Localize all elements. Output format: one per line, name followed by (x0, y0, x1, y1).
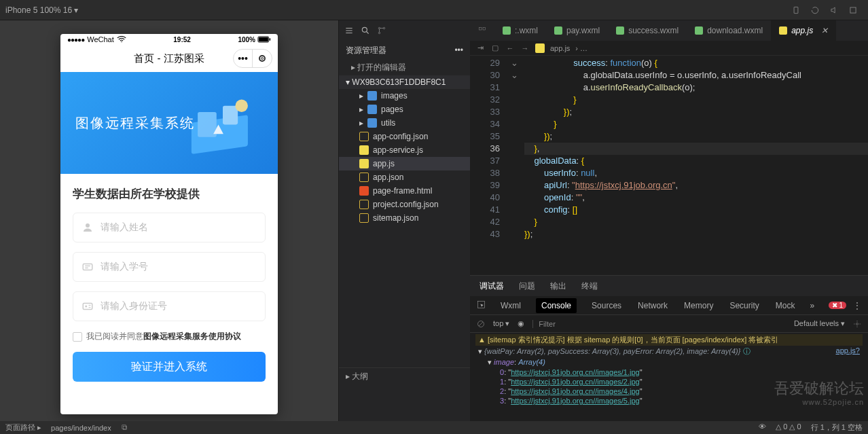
devtool-tab-Network[interactable]: Network (636, 301, 669, 310)
search-icon[interactable] (361, 26, 370, 35)
tab-:.wxml[interactable]: :.wxml (494, 20, 546, 41)
capsule-close-button[interactable] (253, 50, 272, 67)
status-time: 19:52 (126, 36, 238, 43)
console-array-item[interactable]: 3: "https://jstxcj.91job.org.cn//images/… (475, 396, 863, 405)
submit-button[interactable]: 验证并进入系统 (73, 352, 266, 382)
devtool-tab-Memory[interactable]: Memory (683, 301, 715, 310)
svg-point-15 (85, 306, 87, 308)
page-path[interactable]: pages/index/index (51, 424, 111, 432)
agree-row[interactable]: 我已阅读并同意 图像远程采集服务使用协议 (73, 331, 266, 342)
cut-icon[interactable] (846, 3, 861, 18)
file-page-frame.html[interactable]: page-frame.html (339, 184, 470, 198)
capsule-menu-button[interactable]: ••• (234, 50, 253, 67)
console-array-item[interactable]: 1: "https://jstxcj.91job.org.cn//images/… (475, 377, 863, 386)
name-input[interactable]: 请输入姓名 (73, 213, 266, 242)
console-settings-icon[interactable] (853, 320, 861, 328)
capsule: ••• (233, 49, 272, 68)
dbg-tab-终端[interactable]: 终端 (581, 281, 598, 292)
tab-success.wxml[interactable]: success.wxml (608, 20, 687, 41)
bc-indent-icon[interactable]: ⇥ (475, 43, 485, 53)
console-filter[interactable]: Filter (532, 320, 628, 328)
svg-rect-11 (83, 264, 92, 270)
log-levels[interactable]: Default levels ▾ (794, 319, 845, 328)
svg-line-19 (367, 32, 369, 34)
hero-title: 图像远程采集系统 (75, 114, 195, 132)
file-project.config.json[interactable]: project.config.json (339, 198, 470, 211)
context-selector[interactable]: top ▾ (493, 319, 509, 328)
svg-rect-5 (270, 38, 271, 40)
file-sitemap.json[interactable]: sitemap.json (339, 211, 470, 225)
file-app-service.js[interactable]: app-service.js (339, 143, 470, 157)
id-card-placeholder: 请输入身份证号 (101, 300, 257, 312)
svg-rect-1 (850, 7, 856, 12)
inspect-icon[interactable] (477, 300, 486, 311)
signal-dots-icon: ●●●●● (67, 36, 84, 43)
close-icon[interactable]: ✕ (821, 26, 828, 35)
rotate-icon[interactable] (808, 3, 822, 18)
console-array-item[interactable]: 0: "https://jstxcj.91job.org.cn//images/… (475, 367, 863, 377)
svg-point-18 (362, 27, 367, 32)
tab-overflow-icon[interactable] (470, 20, 494, 41)
dbg-tab-问题[interactable]: 问题 (519, 281, 535, 292)
fold-column: ⌄⌄ (511, 56, 524, 275)
breadcrumb-file[interactable]: app.js (550, 44, 570, 52)
agree-link[interactable]: 图像远程采集服务使用协议 (143, 331, 241, 342)
student-id-placeholder: 请输入学号 (101, 261, 257, 273)
id-card-input[interactable]: 请输入身份证号 (73, 291, 266, 321)
file-app-config.json[interactable]: app-config.json (339, 130, 470, 143)
file-app.json[interactable]: app.json (339, 170, 470, 184)
debugger-panel: 调试器问题输出终端 WxmlConsoleSourcesNetworkMemor… (470, 275, 868, 421)
folder-pages[interactable]: ▸ pages (339, 103, 470, 116)
student-id-input[interactable]: 请输入学号 (73, 252, 266, 282)
outline-section[interactable]: ▸ 大纲 (339, 367, 470, 385)
devtool-tab-Mock[interactable]: Mock (774, 301, 797, 310)
agree-checkbox[interactable] (73, 332, 82, 342)
bc-back-icon[interactable]: ← (505, 43, 515, 53)
devtool-tab-Sources[interactable]: Sources (590, 301, 623, 310)
open-editors-group[interactable]: ▸ 打开的编辑器 (339, 60, 470, 75)
phone-frame: ●●●●● WeChat 19:52 100% 首页 - 江苏图采 ••• 图像… (60, 34, 278, 414)
explorer-more-icon[interactable]: ••• (454, 46, 463, 55)
file-app.js[interactable]: app.js (339, 157, 470, 170)
device-icon[interactable] (789, 3, 803, 18)
devtool-more-icon[interactable]: ⋮ (853, 301, 861, 310)
code-editor[interactable]: success: function(o) { a.globalData.user… (524, 56, 868, 275)
devtool-tab-Security[interactable]: Security (728, 301, 760, 310)
console-source-link[interactable]: app.js? (836, 346, 860, 355)
devtool-overflow[interactable]: » (810, 301, 814, 310)
project-root[interactable]: ▾ WX9B3C613F1DDBF8C1 (339, 75, 470, 89)
dbg-tab-输出[interactable]: 输出 (550, 281, 566, 292)
tab-download.wxml[interactable]: download.wxml (687, 20, 771, 41)
page-path-label[interactable]: 页面路径 ▸ (5, 422, 41, 433)
devtool-tabs: WxmlConsoleSourcesNetworkMemorySecurityM… (470, 296, 868, 315)
tab-pay.wxml[interactable]: pay.wxml (546, 20, 608, 41)
name-placeholder: 请输入姓名 (101, 221, 257, 234)
tab-app.js[interactable]: app.js✕ (771, 20, 836, 41)
svg-rect-8 (223, 106, 238, 125)
devtool-tab-Wxml[interactable]: Wxml (499, 301, 522, 310)
svg-rect-7 (198, 112, 217, 137)
folder-images[interactable]: ▸ images (339, 89, 470, 103)
dbg-tab-调试器[interactable]: 调试器 (480, 281, 504, 292)
console-array-item[interactable]: 2: "https://jstxcj.91job.org.cn//images/… (475, 386, 863, 396)
list-icon[interactable] (344, 26, 354, 35)
console-output[interactable]: ▲ [sitemap 索引情况提示] 根据 sitemap 的规则[0]，当前页… (470, 333, 868, 421)
bc-bookmark-icon[interactable]: ▢ (490, 43, 500, 53)
svg-rect-14 (83, 304, 92, 310)
devtool-tab-Console[interactable]: Console (536, 298, 577, 313)
bc-fwd-icon[interactable]: → (520, 43, 530, 53)
warnings-count[interactable]: △ 0 △ 0 (776, 422, 801, 433)
device-selector[interactable]: iPhone 5 100% 16 ▾ (5, 5, 78, 15)
branch-icon[interactable] (377, 26, 386, 35)
error-badge[interactable]: ✖ 1 (829, 302, 846, 309)
svg-point-22 (383, 27, 384, 29)
copy-icon[interactable] (121, 424, 128, 431)
clear-console-icon[interactable] (477, 320, 485, 328)
cursor-position: 行 1，列 1 空格 (811, 422, 863, 433)
svg-rect-30 (122, 425, 126, 429)
battery-icon (257, 36, 271, 43)
preview-icon[interactable]: 👁 (759, 422, 766, 433)
mute-icon[interactable] (827, 3, 842, 18)
svg-rect-29 (123, 426, 127, 430)
folder-utils[interactable]: ▸ utils (339, 116, 470, 130)
